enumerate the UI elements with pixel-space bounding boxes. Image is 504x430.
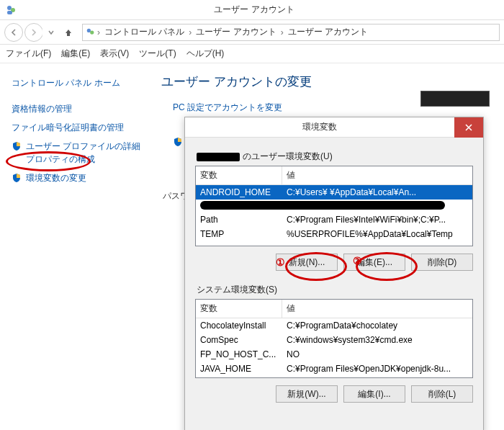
table-row[interactable]: ANDROID_HOME C:¥Users¥ ¥AppData¥Local¥An… — [196, 185, 472, 200]
menu-bar: ファイル(F) 編集(E) 表示(V) ツール(T) ヘルプ(H) — [0, 45, 504, 63]
nav-bar: › コントロール パネル › ユーザー アカウント › ユーザー アカウント — [0, 20, 504, 45]
forward-button[interactable] — [24, 23, 43, 42]
svg-point-4 — [90, 30, 94, 34]
table-row[interactable]: Path C:¥Program Files¥Intel¥WiFi¥bin¥;C:… — [196, 212, 472, 227]
menu-view[interactable]: 表示(V) — [100, 48, 129, 60]
shield-icon — [173, 137, 183, 147]
breadcrumb[interactable]: › コントロール パネル › ユーザー アカウント › ユーザー アカウント — [82, 24, 500, 41]
user-accounts-icon — [6, 4, 17, 16]
cell-val: %USERPROFILE%¥AppData¥Local¥Temp — [282, 227, 472, 241]
dialog-title-bar: 環境変数 — [185, 117, 483, 138]
user-vars-label: のユーザー環境変数(U) — [197, 151, 473, 163]
cell-var: TEMP — [196, 227, 282, 241]
user-vars-label-suffix: のユーザー環境変数(U) — [243, 151, 333, 163]
sidebar-envvars-label: 環境変数の変更 — [26, 171, 86, 184]
pc-settings-link-label: PC 設定でアカウントを変更 — [173, 102, 282, 114]
sys-edit-button[interactable]: 編集(I)... — [343, 385, 405, 403]
cell-var: ChocolateyInstall — [196, 318, 282, 333]
user-edit-button[interactable]: 編集(E)... — [343, 254, 405, 271]
sidebar-envvars[interactable]: 環境変数の変更 — [12, 169, 144, 187]
table-row[interactable]: ComSpec C:¥windows¥system32¥cmd.exe — [196, 333, 472, 347]
sidebar-encryption[interactable]: ファイル暗号化証明書の管理 — [12, 118, 144, 137]
sidebar-home[interactable]: コントロール パネル ホーム — [12, 73, 144, 92]
redacted-username — [197, 153, 240, 161]
table-row-redacted[interactable] — [196, 200, 472, 212]
page-heading: ユーザー アカウントの変更 — [161, 73, 494, 90]
sys-vars-table[interactable]: 変数 値 ChocolateyInstall C:¥ProgramData¥ch… — [195, 299, 473, 378]
up-button[interactable] — [62, 23, 75, 42]
sidebar-credentials-label: 資格情報の管理 — [12, 102, 72, 115]
cell-var: ANDROID_HOME — [196, 185, 282, 200]
shield-icon — [12, 173, 22, 183]
user-new-button[interactable]: 新規(N)... — [276, 254, 338, 271]
crumb-2[interactable]: ユーザー アカウント — [285, 26, 371, 38]
col-value[interactable]: 値 — [282, 166, 472, 184]
col-variable[interactable]: 変数 — [196, 166, 282, 184]
table-row[interactable]: ChocolateyInstall C:¥ProgramData¥chocola… — [196, 318, 472, 333]
cell-val: C:¥Users¥ ¥AppData¥Local¥An... — [282, 185, 472, 200]
cell-val: C:¥Program Files¥OpenJDK¥openjdk-8u... — [282, 362, 472, 376]
table-row[interactable]: FP_NO_HOST_C... NO — [196, 347, 472, 362]
sidebar-encryption-label: ファイル暗号化証明書の管理 — [12, 121, 124, 134]
back-button[interactable] — [4, 23, 23, 42]
col-variable[interactable]: 変数 — [196, 300, 282, 318]
shield-icon — [12, 141, 22, 151]
crumb-1[interactable]: ユーザー アカウント — [193, 26, 279, 38]
sidebar-profiles-label: ユーザー プロファイルの詳細プロパティの構成 — [26, 140, 144, 166]
dialog-body: のユーザー環境変数(U) 変数 値 ANDROID_HOME C:¥Users¥… — [185, 138, 483, 410]
sidebar-profiles[interactable]: ユーザー プロファイルの詳細プロパティの構成 — [12, 137, 144, 169]
menu-edit[interactable]: 編集(E) — [61, 48, 90, 60]
col-value[interactable]: 値 — [282, 300, 472, 318]
svg-point-0 — [7, 6, 12, 10]
cell-val: C:¥Program Files¥Intel¥WiFi¥bin¥;C:¥P... — [282, 212, 472, 227]
cell-var: FP_NO_HOST_C... — [196, 347, 282, 362]
cell-var: ComSpec — [196, 333, 282, 347]
table-row[interactable]: JAVA_HOME C:¥Program Files¥OpenJDK¥openj… — [196, 362, 472, 376]
title-bar: ユーザー アカウント — [0, 0, 504, 20]
chevron-right-icon: › — [97, 27, 100, 37]
dialog-title: 環境変数 — [185, 121, 454, 133]
env-vars-dialog: 環境変数 のユーザー環境変数(U) 変数 値 ANDROID_HOME C:¥U… — [184, 117, 484, 430]
user-delete-button[interactable]: 削除(D) — [411, 254, 473, 271]
menu-help[interactable]: ヘルプ(H) — [186, 48, 225, 60]
cell-val: C:¥windows¥system32¥cmd.exe — [282, 333, 472, 347]
sys-new-button[interactable]: 新規(W)... — [276, 385, 338, 403]
user-vars-table[interactable]: 変数 値 ANDROID_HOME C:¥Users¥ ¥AppData¥Loc… — [195, 166, 473, 246]
chevron-right-icon: › — [281, 27, 284, 37]
recent-dropdown-icon[interactable] — [42, 23, 60, 42]
sys-delete-button[interactable]: 削除(L) — [411, 385, 473, 403]
table-row[interactable]: TEMP %USERPROFILE%¥AppData¥Local¥Temp — [196, 227, 472, 241]
control-panel-icon — [86, 27, 96, 37]
cell-val: C:¥ProgramData¥chocolatey — [282, 318, 472, 333]
user-btn-row: 新規(N)... 編集(E)... 削除(D) — [195, 254, 473, 271]
cell-var: JAVA_HOME — [196, 362, 282, 376]
sidebar-home-label: コントロール パネル ホーム — [12, 76, 120, 89]
account-image — [420, 91, 490, 107]
sidebar: コントロール パネル ホーム 資格情報の管理 ファイル暗号化証明書の管理 ユーザ… — [0, 63, 151, 430]
window-title: ユーザー アカウント — [22, 4, 504, 16]
cell-val: NO — [282, 347, 472, 362]
sys-vars-label: システム環境変数(S) — [197, 284, 473, 296]
cell-var: Path — [196, 212, 282, 227]
svg-point-3 — [87, 28, 91, 32]
close-button[interactable] — [454, 117, 483, 138]
menu-tools[interactable]: ツール(T) — [139, 48, 176, 60]
chevron-right-icon: › — [189, 27, 192, 37]
svg-rect-2 — [7, 11, 12, 14]
user-vars-header: 変数 値 — [196, 166, 472, 185]
sys-vars-header: 変数 値 — [196, 300, 472, 318]
menu-file[interactable]: ファイル(F) — [6, 48, 51, 60]
sys-btn-row: 新規(W)... 編集(I)... 削除(L) — [195, 385, 473, 403]
sidebar-credentials[interactable]: 資格情報の管理 — [12, 99, 144, 118]
crumb-0[interactable]: コントロール パネル — [102, 26, 187, 38]
